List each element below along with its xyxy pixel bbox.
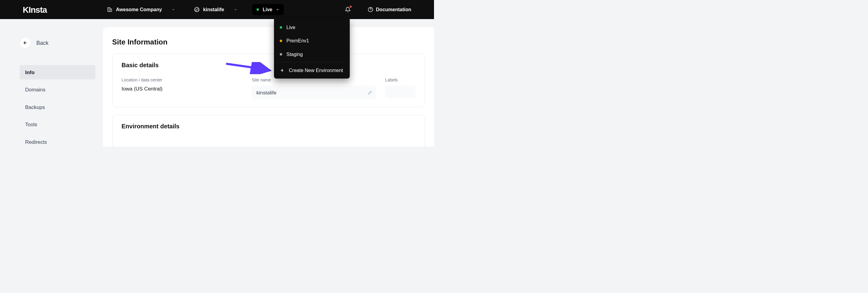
env-option-staging[interactable]: Staging (274, 47, 350, 61)
sidebar-item-backups[interactable]: Backups (20, 100, 95, 114)
svg-rect-0 (108, 7, 110, 11)
chevron-down-icon (234, 8, 237, 11)
create-environment-button[interactable]: Create New Environment (274, 64, 350, 77)
location-value: Iowa (US Central) (122, 86, 243, 92)
help-icon (368, 7, 373, 12)
env-option-label: PremEnv1 (286, 38, 309, 44)
notifications-button[interactable] (345, 6, 351, 13)
basic-details-card: Basic details Location / data center Iow… (112, 54, 425, 107)
svg-rect-1 (110, 9, 112, 11)
labels-input[interactable] (385, 86, 415, 98)
environment-dropdown: Live PremEnv1 Staging Create New Environ… (274, 19, 350, 79)
env-option-live[interactable]: Live (274, 21, 350, 34)
chevron-down-icon (276, 8, 279, 11)
environment-details-title: Environment details (122, 123, 415, 130)
chevron-down-icon (172, 8, 175, 11)
environment-details-card: Environment details (112, 115, 425, 147)
sidebar-item-domains[interactable]: Domains (20, 83, 95, 97)
env-option-label: Staging (286, 51, 303, 57)
documentation-link[interactable]: Documentation (368, 7, 411, 12)
edit-icon[interactable] (368, 90, 372, 95)
back-label: Back (36, 40, 49, 46)
sitename-input[interactable]: kinstalife (252, 86, 376, 100)
company-icon (107, 7, 113, 12)
environment-selected-label: Live (263, 7, 273, 12)
status-dot-icon (280, 53, 282, 56)
brand-logo[interactable]: KInsta (23, 4, 47, 14)
plus-icon (280, 68, 285, 73)
notification-badge-icon (350, 6, 352, 8)
sidebar-item-info[interactable]: Info (20, 65, 95, 80)
labels-label: Labels (385, 77, 415, 82)
company-name: Awesome Company (116, 7, 162, 12)
site-name: kinstalife (203, 7, 224, 12)
top-nav: KInsta Awesome Company kinstalife Live (0, 0, 434, 19)
sidebar-item-tools[interactable]: Tools (20, 117, 95, 132)
create-environment-label: Create New Environment (289, 68, 343, 73)
status-dot-icon (257, 8, 259, 11)
basic-details-title: Basic details (122, 62, 415, 69)
status-dot-icon (280, 40, 282, 42)
environment-selector[interactable]: Live (252, 4, 284, 15)
back-button[interactable] (20, 37, 31, 48)
sidebar: Back Info Domains Backups Tools Redirect… (0, 19, 103, 147)
site-selector[interactable]: kinstalife (191, 7, 240, 12)
sidebar-item-redirects[interactable]: Redirects (20, 135, 95, 147)
location-label: Location / data center (122, 77, 243, 82)
company-selector[interactable]: Awesome Company (104, 7, 178, 12)
status-dot-icon (280, 26, 282, 29)
env-option-premenv1[interactable]: PremEnv1 (274, 34, 350, 48)
back-row: Back (20, 37, 95, 48)
sitename-value: kinstalife (256, 89, 276, 96)
documentation-label: Documentation (376, 7, 411, 12)
env-option-label: Live (286, 25, 295, 30)
page-title: Site Information (112, 38, 425, 46)
divider (276, 62, 348, 63)
main-content: Site Information Basic details Location … (103, 27, 434, 147)
wordpress-icon (194, 7, 199, 12)
